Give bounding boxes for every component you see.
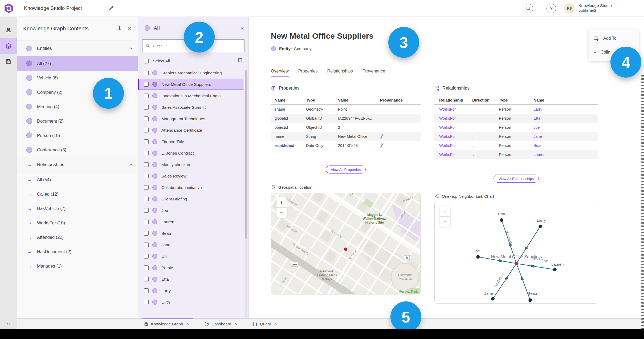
name-link[interactable]: Beau [533,143,594,148]
name-link[interactable]: Joe [533,125,594,130]
zoom-in-button[interactable]: + [440,206,450,216]
name-link[interactable]: Lauren [533,152,594,157]
item-checkbox[interactable] [144,185,149,190]
add-to-menu-item[interactable]: Add To [589,31,639,45]
item-checkbox[interactable] [144,231,149,236]
item-checkbox[interactable] [144,265,149,270]
item-checkbox[interactable] [144,174,149,178]
contents-item[interactable]: →Called (12) [17,187,138,201]
item-checkbox[interactable] [144,208,149,213]
provenance-flag-icon[interactable] [380,143,384,148]
kg-list-item[interactable]: Collaboration initiative [138,182,244,193]
name-link[interactable]: Etta [533,116,594,120]
contents-item[interactable]: →Manages (1) [17,259,138,273]
item-checkbox[interactable] [144,162,149,167]
doc-tab-dashboard[interactable]: Dashboard× [202,319,242,329]
collapse-panel-icon[interactable]: « [241,25,244,31]
relationship-link[interactable]: WorksFor [439,143,472,148]
contents-item[interactable]: Conference (3) [17,143,138,157]
add-item-icon[interactable] [238,58,243,64]
chevron-up-icon[interactable] [129,164,133,166]
contents-item[interactable]: →All (54) [17,172,138,187]
kg-list-item[interactable]: Etta [138,273,244,285]
kg-list-item[interactable]: Attendance Certificate [138,124,244,136]
help-icon[interactable]: ? [547,4,556,13]
section-header-entities[interactable]: Entities [17,41,138,56]
kg-list-item[interactable]: Persie [138,262,244,273]
kg-list-item[interactable]: Firebird Title [138,136,244,147]
contents-item[interactable]: →HasDocument (2) [17,244,138,259]
item-checkbox[interactable] [144,105,149,110]
kg-list-item[interactable]: New Metal Office Suppliers [138,79,244,90]
user-info[interactable]: Knowledge Studio publisher2 [578,3,612,13]
kg-list-item[interactable]: Lilith [138,296,244,308]
contents-item[interactable]: →HasVehicle (7) [17,201,138,216]
edit-pencil-icon[interactable] [109,6,114,12]
item-checkbox[interactable] [144,139,149,144]
knowledge-studio-logo-icon[interactable] [4,3,14,14]
kg-list-item[interactable]: Sales Associate Summit [138,102,244,113]
close-icon[interactable]: × [234,321,237,327]
relationship-link[interactable]: WorksFor [439,107,472,111]
kg-list-item[interactable]: Client Briefing [138,193,244,205]
hierarchy-icon[interactable] [0,23,17,38]
item-checkbox[interactable] [144,197,149,201]
kg-list-item[interactable]: Joe [138,205,244,216]
kg-list-item[interactable]: Managment Techniques [138,113,244,124]
kg-list-item[interactable]: Staplers Mechanical Engineering [138,67,244,79]
item-checkbox[interactable] [144,254,149,259]
section-header-relationships[interactable]: →Relationships [17,157,138,172]
view-all-relationships-button[interactable]: View All Relationships [494,175,539,183]
select-all-row[interactable]: Select All [138,55,248,67]
select-all-checkbox[interactable] [144,59,149,63]
item-checkbox[interactable] [144,94,149,98]
item-checkbox[interactable] [144,243,149,247]
add-item-icon[interactable] [116,25,121,32]
kg-list-item[interactable]: Innovations in Mechanical Engin... [138,90,244,102]
search-icon[interactable] [524,4,533,13]
scrollbar-track[interactable] [245,70,247,320]
close-icon[interactable]: × [128,25,132,32]
kg-list-item[interactable]: Lauren [138,216,244,228]
item-checkbox[interactable] [144,116,149,121]
avatar[interactable]: KS [564,3,574,13]
relationship-link[interactable]: WorksFor [439,134,472,139]
geospatial-map-card[interactable]: 25033 k RdW Clay StSaN 3rd StN 4th StMag… [271,193,421,294]
item-checkbox[interactable] [144,82,149,87]
link-chart-card[interactable]: EttaLarryJoeLaurenJaneBeauNew Metal Offi… [434,202,598,304]
zoom-in-button[interactable]: + [276,197,287,207]
item-checkbox[interactable] [144,220,149,224]
tab-properties[interactable]: Properties [298,69,318,77]
scrollbar-thumb[interactable] [245,70,247,239]
close-icon[interactable]: × [274,321,277,327]
zoom-out-button[interactable]: − [276,207,287,218]
contents-item[interactable]: All (27) [17,56,138,71]
item-checkbox[interactable] [144,151,149,155]
zoom-out-button[interactable]: − [440,216,450,227]
save-icon[interactable] [0,54,17,69]
tab-relationships[interactable]: Relationships [327,69,353,77]
item-checkbox[interactable] [144,300,149,304]
item-checkbox[interactable] [144,288,149,293]
chevron-up-icon[interactable] [129,47,133,50]
contents-item[interactable]: Person (10) [17,128,138,143]
one-hop-link-chart[interactable]: EttaLarryJoeLaurenJaneBeauNew Metal Offi… [435,202,598,303]
view-all-properties-button[interactable]: View All Properties [326,166,366,173]
close-icon[interactable]: × [186,321,189,327]
doc-tab-knowledge-graph[interactable]: Knowledge Graph× [142,319,193,329]
provenance-flag-icon[interactable] [380,134,384,139]
kg-list-item[interactable]: Beau [138,228,244,239]
expand-rail-icon[interactable]: » [0,320,17,327]
relationship-link[interactable]: WorksFor [439,152,472,157]
name-link[interactable]: Larry [533,107,594,111]
name-link[interactable]: Jane [533,134,594,139]
relationship-link[interactable]: WorksFor [439,116,472,120]
kg-list-item[interactable]: Larry [138,285,244,296]
item-checkbox[interactable] [144,71,149,75]
doc-tab-query[interactable]: { }Query× [251,319,281,329]
kg-list-item[interactable]: Montly check-in [138,159,244,170]
contents-item[interactable]: Document (2) [17,114,138,128]
kg-list-item[interactable]: Jane [138,239,244,251]
tab-overview[interactable]: Overview [271,69,289,77]
kg-list-item[interactable]: Uri [138,251,244,262]
